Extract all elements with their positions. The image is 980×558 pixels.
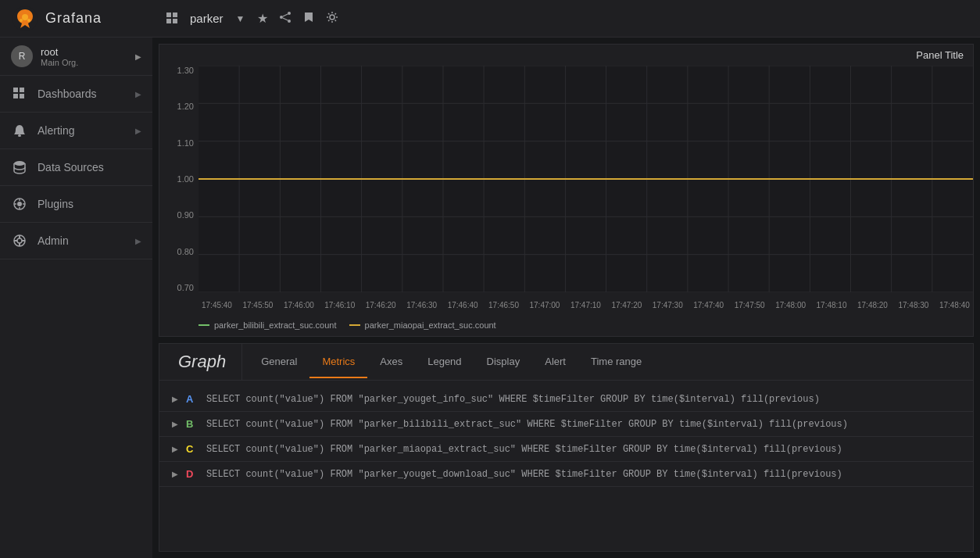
chart-y-labels: 1.30 1.20 1.10 1.00 0.90 0.80 0.70 xyxy=(159,66,199,292)
svg-point-1 xyxy=(22,14,28,20)
sidebar-item-alerting[interactable]: Alerting ▶ xyxy=(0,113,152,149)
chart-legend: parker_bilibili_extract_suc.count parker… xyxy=(159,316,973,336)
svg-rect-6 xyxy=(13,94,18,98)
chart-body xyxy=(199,66,973,292)
legend-color-miaopai xyxy=(349,324,360,326)
data-sources-icon xyxy=(11,159,28,176)
user-org: Main Org. xyxy=(41,58,135,67)
grafana-logo-icon xyxy=(13,6,38,31)
x-label-14: 17:48:00 xyxy=(775,301,806,309)
tab-alert[interactable]: Alert xyxy=(532,346,578,378)
x-label-16: 17:48:20 xyxy=(857,301,888,309)
x-label-13: 17:47:50 xyxy=(735,301,765,309)
topbar: parker ▼ ★ xyxy=(152,0,980,38)
user-name: root xyxy=(41,46,135,58)
tab-display[interactable]: Display xyxy=(474,346,533,378)
save-icon[interactable] xyxy=(302,11,315,27)
tab-legend[interactable]: Legend xyxy=(415,346,474,378)
query-b-letter: B xyxy=(186,418,199,430)
y-label-3: 1.00 xyxy=(177,174,194,184)
y-label-5: 0.80 xyxy=(177,247,194,256)
query-b-collapse[interactable]: ▶ xyxy=(172,420,178,428)
svg-rect-4 xyxy=(13,88,18,92)
query-c-sql: SELECT count("value") FROM "parker_miaop… xyxy=(206,444,960,455)
tabs: General Metrics Axes Legend Display Aler… xyxy=(242,346,660,378)
x-label-15: 17:48:10 xyxy=(817,301,847,309)
logo-area: Grafana xyxy=(0,0,152,38)
tab-general[interactable]: General xyxy=(249,346,309,378)
svg-point-31 xyxy=(330,15,334,20)
dashboard-dropdown-icon[interactable]: ▼ xyxy=(236,13,245,24)
sidebar-item-dashboards-label: Dashboards xyxy=(38,88,135,100)
svg-line-29 xyxy=(283,14,288,16)
admin-icon xyxy=(11,232,28,249)
topbar-actions: ★ xyxy=(257,11,338,27)
query-d-letter: D xyxy=(186,468,199,480)
svg-point-26 xyxy=(288,12,291,15)
sidebar-item-admin-label: Admin xyxy=(38,234,135,247)
x-label-10: 17:47:20 xyxy=(611,301,642,309)
sidebar-item-admin[interactable]: Admin ▶ xyxy=(0,223,152,259)
sidebar-item-plugins[interactable]: Plugins xyxy=(0,186,152,223)
tab-time-range[interactable]: Time range xyxy=(578,346,654,378)
query-row-b: ▶ B SELECT count("value") FROM "parker_b… xyxy=(159,412,973,437)
tab-axes[interactable]: Axes xyxy=(367,346,415,378)
y-label-0: 1.30 xyxy=(177,66,194,75)
query-a-sql: SELECT count("value") FROM "parker_youge… xyxy=(206,394,960,405)
y-label-4: 0.90 xyxy=(177,210,194,220)
sidebar-item-data-sources[interactable]: Data Sources xyxy=(0,149,152,186)
sidebar-item-plugins-label: Plugins xyxy=(38,198,141,210)
svg-rect-25 xyxy=(173,19,177,23)
grafana-wordmark: Grafana xyxy=(45,10,102,27)
y-label-6: 0.70 xyxy=(177,283,194,292)
legend-item-bilibili: parker_bilibili_extract_suc.count xyxy=(199,320,337,330)
svg-point-9 xyxy=(14,161,25,166)
sidebar: Grafana R root Main Org. ▶ Dashboards ▶ xyxy=(0,0,152,558)
x-label-3: 17:46:10 xyxy=(324,301,355,309)
query-b-sql: SELECT count("value") FROM "parker_bilib… xyxy=(206,419,960,430)
x-label-1: 17:45:50 xyxy=(242,301,273,309)
alerting-icon xyxy=(11,122,28,139)
user-chevron-icon: ▶ xyxy=(135,52,141,61)
admin-chevron-icon: ▶ xyxy=(135,237,141,245)
svg-point-17 xyxy=(17,238,22,243)
svg-rect-23 xyxy=(173,13,177,17)
tab-metrics[interactable]: Metrics xyxy=(309,346,367,378)
query-a-collapse[interactable]: ▶ xyxy=(172,395,178,403)
chart-x-labels: 17:45:40 17:45:50 17:46:00 17:46:10 17:4… xyxy=(199,294,973,316)
svg-point-3 xyxy=(27,19,30,22)
settings-icon[interactable] xyxy=(326,11,338,27)
svg-rect-24 xyxy=(166,19,171,23)
plugins-icon xyxy=(11,195,28,213)
dashboard-name: parker xyxy=(190,12,224,25)
share-icon[interactable] xyxy=(279,11,291,27)
x-label-4: 17:46:20 xyxy=(366,301,396,309)
query-row-a: ▶ A SELECT count("value") FROM "parker_y… xyxy=(159,387,973,412)
x-label-12: 17:47:40 xyxy=(693,301,724,309)
query-row-c: ▶ C SELECT count("value") FROM "parker_m… xyxy=(159,437,973,462)
x-label-8: 17:47:00 xyxy=(530,301,560,309)
panel-editor-header: Graph General Metrics Axes Legend Displa… xyxy=(159,344,973,381)
x-label-9: 17:47:10 xyxy=(570,301,601,309)
main-content: parker ▼ ★ xyxy=(152,0,980,558)
sidebar-item-dashboards[interactable]: Dashboards ▶ xyxy=(0,76,152,113)
query-c-collapse[interactable]: ▶ xyxy=(172,445,178,453)
dashboard-grid-icon xyxy=(165,11,181,27)
dashboards-icon xyxy=(11,85,28,102)
star-icon[interactable]: ★ xyxy=(257,11,268,26)
svg-rect-22 xyxy=(166,13,171,17)
alerting-chevron-icon: ▶ xyxy=(135,127,141,135)
avatar: R xyxy=(11,45,33,67)
query-d-sql: SELECT count("value") FROM "parker_youge… xyxy=(206,469,960,480)
panel-title: Panel Title xyxy=(159,45,973,66)
svg-point-11 xyxy=(17,202,22,206)
query-d-collapse[interactable]: ▶ xyxy=(172,470,178,478)
panel-editor: Graph General Metrics Axes Legend Displa… xyxy=(159,343,974,552)
main-scroll: Panel Title 1.30 1.20 1.10 1.00 0.90 0.8… xyxy=(152,38,980,558)
x-label-0: 17:45:40 xyxy=(202,301,232,309)
x-label-7: 17:46:50 xyxy=(488,301,519,309)
legend-color-bilibili xyxy=(199,324,209,326)
chart-container: 1.30 1.20 1.10 1.00 0.90 0.80 0.70 xyxy=(159,66,973,316)
y-label-1: 1.20 xyxy=(177,102,194,111)
user-section[interactable]: R root Main Org. ▶ xyxy=(0,38,152,76)
